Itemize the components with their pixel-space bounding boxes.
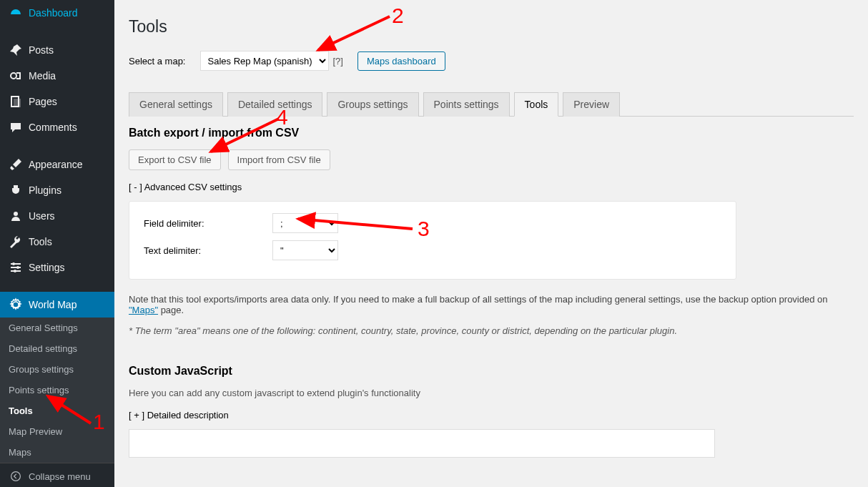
- area-note: * The term "area" means one of the follo…: [129, 325, 854, 336]
- sidebar-label: Posts: [29, 44, 54, 56]
- custom-js-desc: Here you can add any custom javascript t…: [129, 388, 854, 398]
- svg-point-0: [11, 73, 16, 79]
- sidebar-label: Media: [29, 70, 56, 82]
- brush-icon: [9, 157, 23, 172]
- user-icon: [9, 209, 23, 223]
- svg-point-6: [14, 270, 16, 272]
- tab-points-settings[interactable]: Points settings: [423, 92, 510, 117]
- export-csv-button[interactable]: Export to CSV file: [129, 149, 221, 170]
- sidebar-item-comments[interactable]: Comments: [0, 114, 114, 140]
- sliders-icon: [9, 260, 23, 275]
- sidebar-label: Tools: [29, 236, 52, 247]
- sidebar-sub-groups-settings[interactable]: Groups settings: [0, 359, 114, 380]
- sidebar-label: Plugins: [29, 185, 61, 196]
- sidebar-sub-general-settings[interactable]: General Settings: [0, 318, 114, 338]
- text-delimiter-select[interactable]: ": [272, 240, 338, 260]
- custom-js-title: Custom JavaScript: [129, 365, 854, 378]
- sidebar-item-appearance[interactable]: Appearance: [0, 152, 114, 177]
- plug-icon: [9, 183, 23, 197]
- sidebar-sub-points-settings[interactable]: Points settings: [0, 380, 114, 400]
- pin-icon: [9, 43, 23, 57]
- sidebar-sub-detailed-settings[interactable]: Detailed settings: [0, 338, 114, 359]
- help-link[interactable]: [?]: [333, 56, 343, 67]
- field-delimiter-select[interactable]: ;: [272, 213, 338, 233]
- comment-icon: [9, 120, 23, 134]
- sidebar-label: Users: [29, 210, 55, 222]
- gear-icon: [9, 297, 23, 312]
- sidebar-label: Dashboard: [29, 7, 78, 19]
- maps-dashboard-button[interactable]: Maps dashboard: [357, 51, 445, 71]
- sidebar-item-posts[interactable]: Posts: [0, 37, 114, 63]
- maps-link[interactable]: "Maps": [129, 305, 158, 315]
- custom-js-textarea[interactable]: [129, 429, 715, 458]
- sidebar-sub-tools[interactable]: Tools: [0, 400, 114, 421]
- wrench-icon: [9, 235, 23, 249]
- dashboard-icon: [9, 6, 23, 20]
- pages-icon: [9, 94, 23, 109]
- svg-point-5: [16, 266, 19, 269]
- sidebar-label: Appearance: [29, 159, 83, 170]
- sidebar-item-dashboard[interactable]: Dashboard: [0, 0, 114, 26]
- field-delimiter-label: Field delimiter:: [144, 218, 272, 229]
- collapse-icon: [9, 469, 23, 483]
- media-icon: [9, 69, 23, 83]
- sidebar-sub-maps[interactable]: Maps: [0, 442, 114, 463]
- tab-general-settings[interactable]: General settings: [129, 92, 223, 117]
- tab-preview[interactable]: Preview: [563, 92, 620, 117]
- sidebar-item-media[interactable]: Media: [0, 63, 114, 89]
- page-title: Tools: [129, 17, 854, 36]
- sidebar-item-plugins[interactable]: Plugins: [0, 177, 114, 203]
- tab-tools[interactable]: Tools: [514, 92, 559, 117]
- map-select[interactable]: Sales Rep Map (spanish): [200, 51, 329, 71]
- collapse-menu[interactable]: Collapse menu: [0, 463, 114, 487]
- advanced-csv-toggle[interactable]: [ - ] Advanced CSV settings: [129, 182, 854, 192]
- tab-groups-settings[interactable]: Groups settings: [327, 92, 418, 117]
- sidebar-item-settings[interactable]: Settings: [0, 255, 114, 280]
- collapse-label: Collapse menu: [29, 471, 91, 482]
- csv-settings-box: Field delimiter: ; Text delimiter: ": [129, 201, 736, 280]
- import-csv-button[interactable]: Import from CSV file: [228, 149, 330, 170]
- sidebar-label: Comments: [29, 122, 77, 133]
- sidebar-label: Pages: [29, 96, 57, 107]
- svg-point-4: [12, 262, 15, 265]
- sidebar-item-world-map[interactable]: World Map: [0, 292, 114, 318]
- svg-point-3: [14, 212, 18, 216]
- sidebar-label: World Map: [29, 299, 77, 310]
- svg-rect-2: [14, 99, 21, 107]
- sidebar-item-pages[interactable]: Pages: [0, 89, 114, 114]
- tabs: General settings Detailed settings Group…: [129, 92, 854, 117]
- sidebar-sub-map-preview[interactable]: Map Preview: [0, 421, 114, 442]
- sidebar-item-users[interactable]: Users: [0, 203, 114, 229]
- detailed-description-toggle[interactable]: [ + ] Detailed description: [129, 410, 854, 420]
- batch-title: Batch export / import from CSV: [129, 127, 854, 139]
- select-map-label: Select a map:: [129, 56, 186, 67]
- sidebar-item-tools[interactable]: Tools: [0, 229, 114, 255]
- text-delimiter-label: Text delimiter:: [144, 245, 272, 256]
- sidebar-label: Settings: [29, 262, 65, 273]
- svg-point-7: [11, 472, 21, 481]
- export-note: Note that this tool exports/imports area…: [129, 294, 854, 315]
- tab-detailed-settings[interactable]: Detailed settings: [227, 92, 323, 117]
